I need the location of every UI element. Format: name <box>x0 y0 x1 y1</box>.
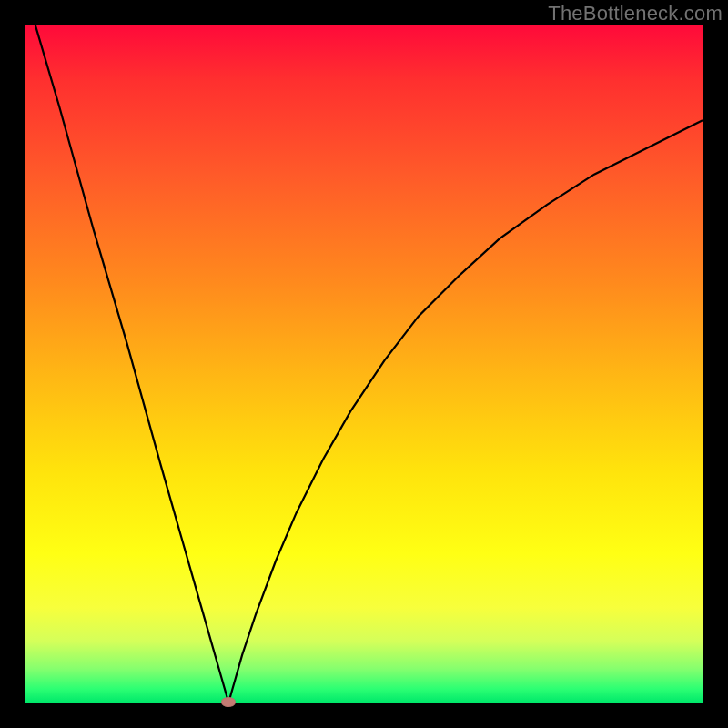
curve-svg <box>25 25 703 703</box>
chart-frame: TheBottleneck.com <box>0 0 728 728</box>
plot-area <box>25 25 703 703</box>
bottleneck-curve <box>25 25 703 703</box>
optimum-marker <box>221 697 236 707</box>
watermark-text: TheBottleneck.com <box>548 2 723 25</box>
